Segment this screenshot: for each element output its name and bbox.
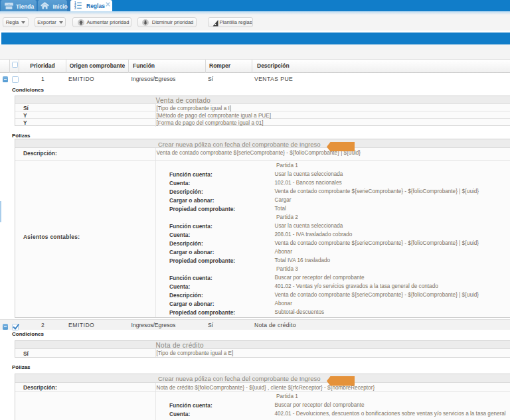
svg-text:3: 3 bbox=[74, 7, 76, 10]
